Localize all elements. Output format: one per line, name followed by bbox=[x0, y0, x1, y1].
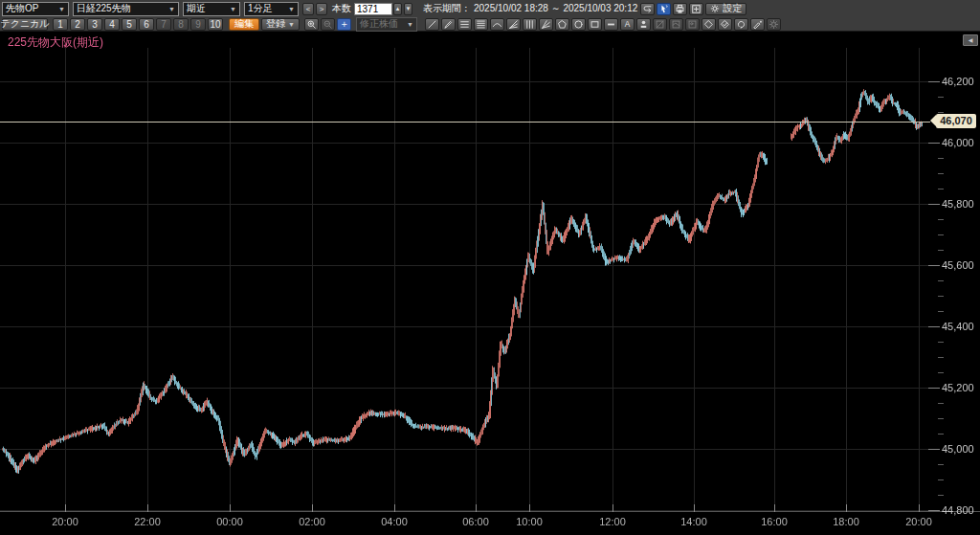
bars-increment-button[interactable]: ▴ bbox=[393, 3, 402, 15]
preset-3-button[interactable]: 3 bbox=[87, 18, 102, 31]
technical-button[interactable]: テクニカル bbox=[2, 18, 48, 31]
toolbar-row-1: 先物OP▼ 日経225先物▼ 期近▼ 1分足▼ < > 本数 ▴▾ 表示期間： … bbox=[0, 0, 980, 16]
chevron-down-icon: ▼ bbox=[58, 6, 65, 12]
new-window-icon[interactable] bbox=[689, 3, 703, 15]
toolbar-icon-group bbox=[640, 3, 705, 15]
preset-2-button[interactable]: 2 bbox=[70, 18, 85, 31]
pencil-icon[interactable] bbox=[441, 18, 456, 31]
stamp-icon[interactable] bbox=[636, 18, 651, 31]
chart-title: 225先物大阪(期近) bbox=[8, 34, 103, 51]
time-tick-label: 16:00 bbox=[755, 516, 793, 527]
image-3-icon[interactable] bbox=[685, 18, 700, 31]
price-tick-label: 45,200 bbox=[942, 382, 980, 393]
settings-button[interactable]: 設定 bbox=[705, 3, 746, 15]
price-tick-label: 45,000 bbox=[942, 443, 980, 455]
cursor-tracking-icon[interactable] bbox=[657, 3, 671, 15]
horizontal-lines-icon[interactable] bbox=[457, 18, 472, 31]
trading-chart-app: 先物OP▼ 日経225先物▼ 期近▼ 1分足▼ < > 本数 ▴▾ 表示期間： … bbox=[0, 0, 980, 535]
preset-4-button[interactable]: 4 bbox=[104, 18, 120, 31]
preset-8-button[interactable]: 8 bbox=[173, 18, 189, 31]
toolbar-row-2: テクニカル 12345678910 編集 登録▼ ＋ 修正株価▼ A bbox=[0, 16, 980, 32]
trend-line-icon[interactable] bbox=[425, 18, 439, 31]
time-tick-label: 18:00 bbox=[827, 516, 865, 527]
chevron-down-icon: ▼ bbox=[230, 6, 236, 12]
settings-label: 設定 bbox=[723, 2, 742, 15]
undo-arrow-icon[interactable] bbox=[640, 3, 655, 15]
bars-label: 本数 bbox=[332, 2, 351, 15]
collapse-axis-button[interactable]: ◀ bbox=[963, 34, 978, 46]
arc-icon[interactable] bbox=[490, 18, 504, 31]
select-product-category-value: 先物OP bbox=[6, 2, 38, 15]
text-icon[interactable]: A bbox=[620, 18, 635, 31]
price-tick-label: 44,800 bbox=[942, 504, 980, 516]
eraser-icon[interactable] bbox=[702, 18, 716, 31]
undo-curl-icon[interactable] bbox=[734, 18, 748, 31]
select-product-category[interactable]: 先物OP▼ bbox=[2, 2, 69, 16]
drawing-tools: A bbox=[425, 18, 783, 31]
zoom-buttons: ＋ bbox=[304, 18, 353, 31]
select-instrument-value: 日経225先物 bbox=[77, 2, 131, 15]
time-tick-label: 14:00 bbox=[675, 516, 713, 527]
bars-spinner: ▴▾ bbox=[393, 3, 414, 15]
bars-decrement-button[interactable]: ▾ bbox=[404, 3, 412, 15]
register-label: 登録 bbox=[266, 17, 285, 31]
candlestick-canvas[interactable] bbox=[0, 31, 980, 535]
select-contract-month-value: 期近 bbox=[187, 2, 206, 15]
price-tick-label: 46,200 bbox=[942, 76, 980, 87]
zoom-out-icon[interactable] bbox=[321, 18, 335, 31]
add-chart-button[interactable]: ＋ bbox=[337, 18, 351, 31]
chevron-down-icon: ▼ bbox=[168, 6, 175, 12]
preset-5-button[interactable]: 5 bbox=[122, 18, 137, 31]
prev-period-button[interactable]: < bbox=[302, 3, 314, 15]
time-tick-label: 04:00 bbox=[375, 516, 413, 527]
time-tick-label: 20:00 bbox=[46, 516, 84, 527]
image-1-icon[interactable] bbox=[653, 18, 667, 31]
horizontal-dash-icon[interactable] bbox=[604, 18, 618, 31]
preset-6-button[interactable]: 6 bbox=[139, 18, 154, 31]
time-tick-label: 20:00 bbox=[900, 516, 938, 527]
select-instrument[interactable]: 日経225先物▼ bbox=[73, 2, 179, 16]
image-2-icon[interactable] bbox=[669, 18, 683, 31]
fan-lines-icon[interactable] bbox=[506, 18, 521, 31]
pen-marker-icon[interactable] bbox=[750, 18, 765, 31]
select-timeframe[interactable]: 1分足▼ bbox=[244, 2, 299, 16]
time-tick-label: 22:00 bbox=[128, 516, 167, 527]
edit-button[interactable]: 編集 bbox=[229, 18, 259, 31]
preset-9-button[interactable]: 9 bbox=[190, 18, 206, 31]
period-value: 2025/10/02 18:28 ～ 2025/10/03 20:12 bbox=[474, 2, 637, 15]
chevron-down-icon: ▼ bbox=[288, 6, 295, 12]
pentagon-icon[interactable] bbox=[555, 18, 569, 31]
svg-text:A: A bbox=[625, 20, 631, 29]
preset-1-button[interactable]: 1 bbox=[53, 18, 68, 31]
time-tick-label: 00:00 bbox=[211, 516, 249, 527]
chart-area: 225先物大阪(期近) ◀ 46,070 46,20046,00045,8004… bbox=[0, 31, 980, 535]
gear-icon bbox=[710, 4, 720, 13]
zoom-in-icon[interactable] bbox=[304, 18, 319, 31]
toolbar: 先物OP▼ 日経225先物▼ 期近▼ 1分足▼ < > 本数 ▴▾ 表示期間： … bbox=[0, 0, 980, 32]
price-tick-label: 45,400 bbox=[942, 321, 980, 332]
bars-count-input[interactable] bbox=[354, 3, 392, 15]
select-contract-month[interactable]: 期近▼ bbox=[183, 2, 240, 16]
adjusted-price-label: 修正株価 bbox=[360, 17, 398, 31]
time-tick-label: 06:00 bbox=[457, 516, 495, 527]
period-label: 表示期間： bbox=[423, 2, 471, 15]
vertical-lines-icon[interactable] bbox=[523, 18, 537, 31]
current-price-tag: 46,070 bbox=[936, 114, 976, 128]
preset-10-button[interactable]: 10 bbox=[208, 18, 223, 31]
next-period-button[interactable]: > bbox=[316, 3, 327, 15]
register-button[interactable]: 登録▼ bbox=[261, 18, 300, 31]
eraser-check-icon[interactable] bbox=[718, 18, 732, 31]
preset-7-button[interactable]: 7 bbox=[156, 18, 171, 31]
chevron-down-icon: ▼ bbox=[288, 21, 295, 28]
time-tick-label: 02:00 bbox=[293, 516, 331, 527]
horizontal-lines-bold-icon[interactable] bbox=[474, 18, 488, 31]
gear-dim-icon[interactable] bbox=[767, 18, 781, 31]
price-tick-label: 45,600 bbox=[942, 259, 980, 271]
time-tick-label: 12:00 bbox=[593, 516, 632, 527]
chevron-down-icon: ▼ bbox=[407, 21, 413, 28]
rectangle-icon[interactable] bbox=[588, 18, 602, 31]
select-adjusted-price: 修正株価▼ bbox=[356, 17, 417, 32]
ellipse-icon[interactable] bbox=[571, 18, 586, 31]
gann-fan-icon[interactable] bbox=[539, 18, 553, 31]
printer-icon[interactable] bbox=[673, 3, 687, 15]
